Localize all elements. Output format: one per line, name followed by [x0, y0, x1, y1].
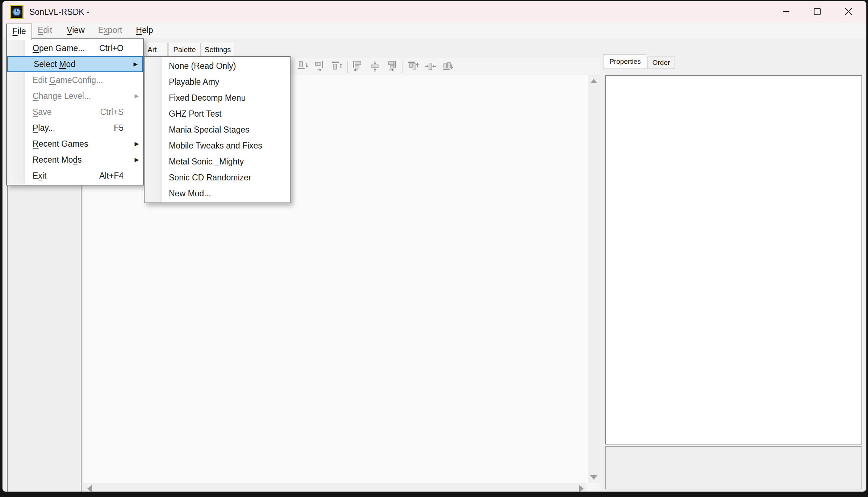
- menu-item-label: New Mod...: [169, 189, 211, 199]
- tab-label: Order: [652, 59, 670, 66]
- properties-panel[interactable]: [605, 75, 862, 444]
- menu-item-label: Save: [33, 107, 51, 117]
- menu-item-shortcut: F5: [114, 123, 124, 133]
- align-top-icon[interactable]: [331, 60, 344, 73]
- menubar-item-edit[interactable]: Edit: [34, 23, 56, 38]
- file-menu-item-save[interactable]: SaveCtrl+S: [7, 104, 143, 120]
- tab-label: Settings: [205, 46, 231, 54]
- submenu-arrow-icon: ▶: [134, 156, 139, 163]
- window-controls: [771, 1, 864, 23]
- menubar-item-label: Edit: [38, 25, 52, 35]
- menu-item-shortcut: Ctrl+O: [99, 43, 124, 53]
- menubar-item-export[interactable]: Export: [92, 23, 128, 38]
- scroll-up-arrow-icon[interactable]: [588, 75, 600, 87]
- maximize-button[interactable]: [802, 1, 833, 23]
- window-title: SonLVL-RSDK -: [29, 7, 89, 17]
- menubar-item-label: Help: [136, 25, 153, 35]
- tab-palette[interactable]: Palette: [168, 43, 201, 57]
- menu-item-label: Metal Sonic _Mighty: [169, 157, 244, 167]
- scroll-left-arrow-icon[interactable]: [84, 483, 95, 492]
- menu-item-label: Playable Amy: [169, 77, 219, 87]
- maximize-icon: [812, 7, 822, 18]
- menu-item-label: GHZ Port Test: [169, 109, 221, 119]
- menu-item-label: Edit GameConfig...: [33, 75, 103, 85]
- align-top-edges-icon[interactable]: [407, 60, 420, 73]
- description-panel: [605, 446, 862, 489]
- mod-submenu-item-2[interactable]: Fixed Decomp Menu: [145, 90, 290, 106]
- mod-submenu-item-0[interactable]: None (Read Only): [145, 58, 290, 74]
- file-menu-dropdown: Open Game...Ctrl+OSelect Mod▶Edit GameCo…: [6, 38, 144, 185]
- menu-item-label: Select Mod: [34, 59, 75, 69]
- toolbar-separator: [402, 61, 402, 73]
- menubar-item-label: File: [12, 26, 26, 36]
- menu-item-label: Mania Special Stages: [169, 125, 249, 135]
- menu-item-label: Sonic CD Randomizer: [169, 173, 251, 183]
- close-button[interactable]: [833, 1, 864, 23]
- scrollbar-corner: [587, 483, 600, 492]
- tab-label: Properties: [609, 58, 641, 65]
- menubar-item-label: Export: [98, 25, 122, 35]
- tab-order[interactable]: Order: [647, 57, 675, 69]
- menu-item-label: Play...: [33, 123, 55, 133]
- minimize-button[interactable]: [771, 1, 802, 23]
- file-menu-item-recent-mods[interactable]: Recent Mods▶: [7, 152, 143, 168]
- align-bottom-icon[interactable]: [297, 60, 310, 73]
- align-bottom-edges-icon[interactable]: [441, 60, 454, 73]
- center-vertical-icon[interactable]: [368, 60, 381, 73]
- menu-item-label: Open Game...: [33, 43, 85, 53]
- align-right-edges-icon[interactable]: [385, 60, 398, 73]
- file-menu-item-play[interactable]: Play...F5: [7, 120, 143, 136]
- center-horizontal-icon[interactable]: [424, 60, 437, 73]
- submenu-arrow-icon: ▶: [134, 141, 139, 147]
- select-mod-submenu: None (Read Only)Playable AmyFixed Decomp…: [144, 56, 291, 203]
- mod-submenu-item-6[interactable]: Metal Sonic _Mighty: [145, 154, 290, 170]
- menu-item-shortcut: Alt+F4: [99, 171, 124, 181]
- mod-submenu-item-4[interactable]: Mania Special Stages: [145, 122, 290, 138]
- toolbar-separator: [347, 61, 348, 73]
- submenu-arrow-icon: ▶: [134, 93, 139, 99]
- file-menu-item-change-level[interactable]: Change Level...▶: [7, 88, 143, 104]
- tab-properties[interactable]: Properties: [603, 54, 647, 69]
- file-menu-item-open-game[interactable]: Open Game...Ctrl+O: [7, 40, 143, 56]
- menubar-item-label: View: [67, 25, 84, 35]
- menu-item-label: None (Read Only): [169, 61, 236, 71]
- submenu-arrow-icon: ▶: [133, 61, 138, 67]
- menubar-item-help[interactable]: Help: [130, 23, 159, 38]
- menubar-item-view[interactable]: View: [61, 23, 90, 38]
- mod-submenu-item-7[interactable]: Sonic CD Randomizer: [145, 170, 290, 185]
- scroll-right-arrow-icon[interactable]: [576, 483, 587, 492]
- align-left-edges-icon[interactable]: [351, 60, 364, 73]
- menu-item-label: Mobile Tweaks and Fixes: [169, 141, 262, 151]
- minimize-icon: [781, 7, 791, 18]
- horizontal-scrollbar[interactable]: [83, 483, 587, 492]
- titlebar: SonLVL-RSDK -: [3, 1, 866, 23]
- menubar-item-file[interactable]: File: [6, 24, 32, 40]
- file-menu-item-recent-games[interactable]: Recent Games▶: [7, 136, 143, 152]
- file-menu-item-select-mod[interactable]: Select Mod▶: [7, 56, 143, 72]
- mod-submenu-item-3[interactable]: GHZ Port Test: [145, 106, 290, 122]
- mod-submenu-item-8[interactable]: New Mod...: [145, 185, 290, 201]
- menu-item-label: Fixed Decomp Menu: [169, 93, 246, 103]
- tab-label: Palette: [173, 46, 196, 54]
- mod-submenu-item-5[interactable]: Mobile Tweaks and Fixes: [145, 138, 290, 154]
- tab-settings[interactable]: Settings: [201, 43, 234, 57]
- tab-label: Art: [147, 46, 157, 54]
- scroll-down-arrow-icon[interactable]: [588, 472, 600, 483]
- vertical-scrollbar[interactable]: [588, 75, 600, 483]
- file-menu-item-exit[interactable]: ExitAlt+F4: [7, 168, 143, 184]
- menubar: FileEditViewExportHelp: [3, 23, 866, 38]
- mod-submenu-item-1[interactable]: Playable Amy: [145, 74, 290, 90]
- app-window: SonLVL-RSDK - FileEditViewExportHelp Art…: [2, 1, 867, 492]
- menu-item-label: Change Level...: [33, 91, 91, 101]
- align-right-icon[interactable]: [314, 60, 327, 73]
- app-icon: [10, 5, 24, 19]
- file-menu-item-edit-gameconfig[interactable]: Edit GameConfig...: [7, 72, 143, 88]
- close-icon: [843, 7, 854, 18]
- menu-item-label: Exit: [33, 171, 46, 181]
- menu-item-shortcut: Ctrl+S: [100, 107, 124, 117]
- menu-item-label: Recent Games: [33, 139, 88, 149]
- menu-item-label: Recent Mods: [33, 155, 82, 165]
